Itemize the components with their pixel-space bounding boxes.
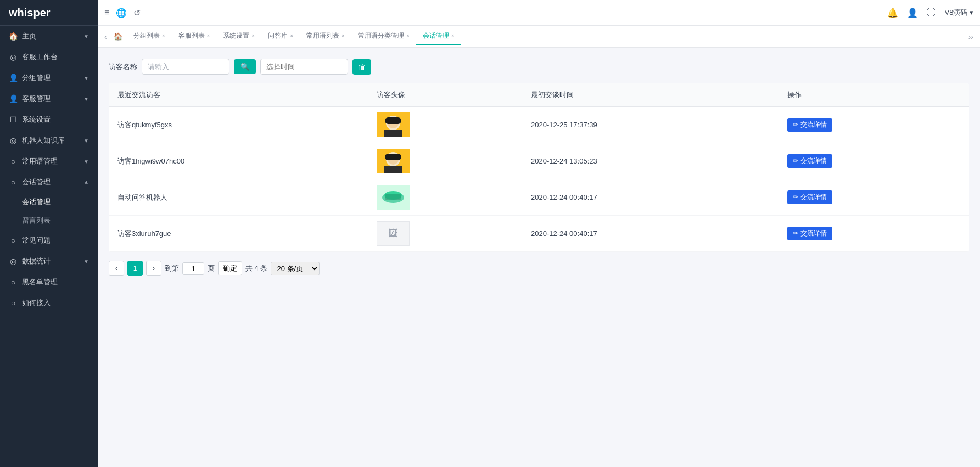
visit-time: 2020-12-24 00:40:17: [522, 179, 779, 216]
svg-rect-2: [384, 130, 402, 137]
chevron-icon-robot: ▼: [83, 138, 89, 144]
tab-faq[interactable]: 问答库 ×: [261, 28, 300, 45]
date-input[interactable]: [260, 59, 348, 75]
sidebar-sub-item-message-list[interactable]: 留言列表: [0, 211, 98, 230]
visit-time: 2020-12-24 13:05:23: [522, 143, 779, 179]
avatar-robot: [377, 185, 410, 210]
detail-button[interactable]: ✏ 交流详情: [787, 190, 832, 204]
sidebar-item-system[interactable]: ☐ 系统设置: [0, 109, 98, 130]
tab-close-sys-settings[interactable]: ×: [251, 33, 255, 39]
prev-page-button[interactable]: ‹: [109, 261, 124, 276]
sidebar-item-integrate[interactable]: ○ 如何接入: [0, 292, 98, 313]
delete-button[interactable]: 🗑: [352, 59, 371, 75]
tab-label-phrase-list: 常用语列表: [306, 31, 339, 41]
tab-group-list[interactable]: 分组列表 ×: [127, 28, 172, 45]
col-time: 最初交谈时间: [522, 83, 779, 107]
page-1-button[interactable]: 1: [127, 261, 143, 276]
sidebar-item-session[interactable]: ○ 会话管理 ▼: [0, 172, 98, 193]
tab-close-agent-list[interactable]: ×: [207, 33, 210, 39]
sidebar-item-robot[interactable]: ◎ 机器人知识库 ▼: [0, 130, 98, 151]
tab-close-phrase-list[interactable]: ×: [341, 33, 345, 39]
integrate-icon: ○: [9, 299, 18, 307]
total-label: 共 4 条: [245, 263, 267, 273]
page-size-select[interactable]: 20 条/页 50 条/页 100 条/页: [271, 262, 320, 275]
search-button[interactable]: 🔍: [234, 59, 256, 74]
system-icon: ☐: [9, 115, 18, 124]
tab-label-sys-settings: 系统设置: [223, 31, 249, 41]
tab-session-manage[interactable]: 会话管理 ×: [416, 28, 461, 45]
svg-rect-7: [384, 166, 402, 173]
detail-button[interactable]: ✏ 交流详情: [787, 154, 832, 168]
sidebar-item-phrase[interactable]: ○ 常用语管理 ▼: [0, 151, 98, 172]
sub-item-label-message-list: 留言列表: [22, 216, 51, 224]
tab-close-group-list[interactable]: ×: [162, 33, 165, 39]
avatar-broken: 🖼: [377, 221, 410, 246]
visitor-input[interactable]: [142, 59, 229, 75]
sidebar-item-blacklist[interactable]: ○ 黑名单管理: [0, 272, 98, 292]
visitor-avatar: [368, 143, 522, 179]
tab-close-faq[interactable]: ×: [290, 33, 293, 39]
visitor-avatar: [368, 107, 522, 143]
col-avatar: 访客头像: [368, 83, 522, 107]
page-label: 页: [208, 263, 215, 273]
tab-home[interactable]: 🏠: [109, 29, 127, 44]
table-row: 访客3xluruh7gue🖼2020-12-24 00:40:17✏ 交流详情: [109, 216, 969, 252]
sidebar-label-integrate: 如何接入: [22, 298, 51, 308]
chevron-icon-group: ▼: [83, 75, 89, 81]
tab-close-session-manage[interactable]: ×: [451, 33, 455, 39]
tab-phrase-category[interactable]: 常用语分类管理 ×: [351, 28, 416, 45]
fullscreen-icon[interactable]: ⛶: [927, 8, 936, 18]
tab-agent-list[interactable]: 客服列表 ×: [172, 28, 217, 45]
sidebar-label-faq: 常见问题: [22, 235, 51, 245]
sidebar-item-home[interactable]: 🏠 主页 ▼: [0, 26, 98, 47]
table-row: 访客1higwi9w07hc00 2020-12-24 13:05:23✏ 交流…: [109, 143, 969, 179]
sidebar-label-home: 主页: [22, 31, 36, 41]
sidebar-sub-item-session-manage[interactable]: 会话管理: [0, 193, 98, 211]
main-content: ≡ 🌐 ↺ 🔔 👤 ⛶ V8演码 ▾ ‹ 🏠 分组列表 × 客服列表 × 系统设…: [98, 0, 980, 467]
detail-button[interactable]: ✏ 交流详情: [787, 227, 832, 240]
data-table: 最近交流访客 访客头像 最初交谈时间 操作 访客qtukmyf5gxs 2020…: [109, 83, 969, 252]
detail-button[interactable]: ✏ 交流详情: [787, 118, 832, 132]
tab-label-faq: 问答库: [268, 31, 288, 41]
sidebar-label-group: 分组管理: [22, 73, 51, 83]
goto-confirm-button[interactable]: 确定: [218, 261, 242, 275]
sidebar-item-stats[interactable]: ◎ 数据统计 ▼: [0, 251, 98, 272]
avatar-image: [377, 112, 410, 137]
chevron-icon-stats: ▼: [83, 258, 89, 265]
goto-input[interactable]: [182, 262, 204, 275]
visit-time: 2020-12-24 00:40:17: [522, 216, 779, 252]
menu-icon[interactable]: ≡: [104, 8, 109, 18]
group-icon: 👤: [9, 74, 18, 82]
sidebar-item-workspace[interactable]: ◎ 客服工作台: [0, 47, 98, 67]
tab-nav-prev[interactable]: ‹: [102, 32, 109, 41]
filter-bar: 访客名称 🔍 🗑: [109, 59, 969, 75]
visit-time: 2020-12-25 17:37:39: [522, 107, 779, 143]
sidebar-label-robot: 机器人知识库: [22, 136, 65, 145]
blacklist-icon: ○: [9, 278, 18, 286]
sidebar-item-faq[interactable]: ○ 常见问题: [0, 230, 98, 251]
sidebar-item-customer[interactable]: 👤 客服管理 ▼: [0, 88, 98, 109]
sidebar-item-group[interactable]: 👤 分组管理 ▼: [0, 67, 98, 88]
visitor-name: 访客3xluruh7gue: [109, 216, 368, 252]
sidebar-label-phrase: 常用语管理: [22, 156, 58, 166]
tab-phrase-list[interactable]: 常用语列表 ×: [300, 28, 351, 45]
globe-icon[interactable]: 🌐: [116, 8, 127, 18]
refresh-icon[interactable]: ↺: [133, 8, 141, 18]
tab-nav-next[interactable]: ››: [966, 32, 976, 41]
visitor-name: 访客qtukmyf5gxs: [109, 107, 368, 143]
tab-sys-settings[interactable]: 系统设置 ×: [216, 28, 261, 45]
action-cell: ✏ 交流详情: [779, 143, 969, 179]
user-label[interactable]: V8演码 ▾: [944, 8, 973, 18]
tab-label-agent-list: 客服列表: [178, 31, 205, 41]
content-area: 访客名称 🔍 🗑 最近交流访客 访客头像 最初交谈时间 操作: [98, 48, 980, 467]
sidebar: whisper 🏠 主页 ▼ ◎ 客服工作台 👤 分组管理 ▼ 👤 客服管理 ▼…: [0, 0, 98, 467]
chevron-icon: ▼: [83, 33, 89, 40]
bell-icon[interactable]: 🔔: [887, 8, 898, 18]
data-table-container: 最近交流访客 访客头像 最初交谈时间 操作 访客qtukmyf5gxs 2020…: [109, 83, 969, 252]
svg-rect-13: [385, 194, 401, 200]
avatar-icon[interactable]: 👤: [907, 8, 918, 18]
goto-label: 到第: [165, 263, 179, 273]
next-page-button[interactable]: ›: [146, 261, 161, 276]
table-row: 访客qtukmyf5gxs 2020-12-25 17:37:39✏ 交流详情: [109, 107, 969, 143]
tab-close-phrase-category[interactable]: ×: [406, 33, 410, 39]
